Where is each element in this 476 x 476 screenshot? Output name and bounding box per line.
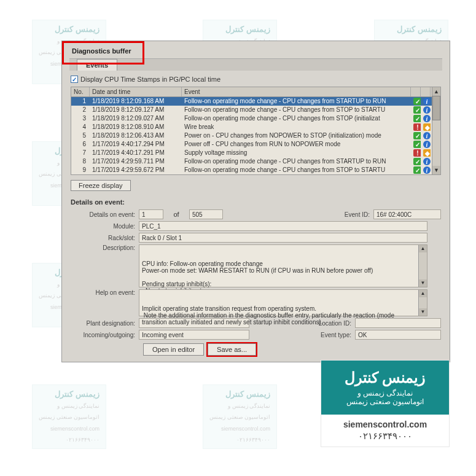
- cell-datetime: 1/17/2019 4:40:17.294 PM: [90, 140, 182, 149]
- brand-title: زیمنس کنترل: [326, 369, 444, 386]
- status-icon-1: ✓: [411, 97, 421, 106]
- table-row[interactable]: 21/18/2019 8:12:09.127 AMFollow-on opera…: [71, 106, 440, 114]
- label-incoming: Incoming/outgoing:: [71, 332, 135, 338]
- cell-no: 7: [71, 149, 90, 157]
- label-details-on-event: Details on event:: [71, 211, 135, 218]
- events-table: No. Date and time Event 11/18/2019 8:12:…: [71, 87, 441, 175]
- label-rackslot: Rack/slot:: [71, 235, 135, 241]
- table-row[interactable]: 81/17/2019 4:29:59.711 PMFollow-on opera…: [71, 157, 440, 166]
- table-row[interactable]: 61/17/2019 4:40:17.294 PMPower off - CPU…: [71, 140, 440, 149]
- cell-datetime: 1/18/2019 8:12:09.127 AM: [90, 106, 182, 114]
- field-description[interactable]: CPU info: Follow-on operating mode chang…: [139, 244, 427, 287]
- scroll-up-icon[interactable]: ▲: [432, 87, 440, 96]
- details-section: Details on event: Details on event: 1 of…: [62, 195, 450, 362]
- cell-event: Follow-on operating mode change - CPU ch…: [182, 166, 411, 174]
- status-icon-2: i: [421, 106, 431, 114]
- status-icon-2: ◆: [421, 123, 431, 131]
- cell-datetime: 1/18/2019 8:12:09.168 AM: [90, 97, 182, 106]
- diagnostics-panel: Diagnostics buffer Events ✓ Display CPU …: [61, 41, 450, 362]
- brand-url: siemenscontrol.com: [326, 419, 444, 429]
- field-rackslot: Rack 0 / Slot 1: [139, 233, 427, 243]
- status-icon-1: !: [411, 123, 421, 131]
- cell-datetime: 1/17/2019 4:29:59.672 PM: [90, 166, 182, 174]
- status-icon-2: i: [421, 140, 431, 149]
- table-row[interactable]: 51/18/2019 8:12:06.413 AMPower on - CPU …: [71, 131, 440, 140]
- checkbox-label: Display CPU Time Stamps in PG/PC local t…: [80, 76, 220, 83]
- tab-events[interactable]: Events: [77, 59, 117, 71]
- status-icon-1: ✓: [411, 157, 421, 166]
- table-header: No. Date and time Event: [71, 87, 440, 97]
- brand-sub2: اتوماسیون صنعتی زیمنس: [326, 397, 444, 406]
- table-row[interactable]: 31/18/2019 8:12:09.027 AMFollow-on opera…: [71, 114, 440, 123]
- watermark: زیمنس کنترلنمایندگی زیمنس واتوماسیون صنع…: [203, 384, 277, 449]
- cell-no: 1: [71, 97, 90, 106]
- status-icon-1: !: [411, 149, 421, 157]
- label-event-id: Event ID:: [333, 211, 370, 218]
- th-no: No.: [71, 87, 90, 96]
- checkbox-local-time[interactable]: ✓: [71, 76, 78, 83]
- status-icon-2: i: [421, 166, 431, 174]
- th-event: Event: [182, 87, 411, 96]
- status-icon-1: ✓: [411, 114, 421, 123]
- brand-card: زیمنس کنترل نمایندگی زیمنس و اتوماسیون ص…: [321, 360, 450, 447]
- cell-event: Supply voltage missing: [182, 149, 411, 157]
- status-icon-1: ✓: [411, 140, 421, 149]
- label-plant: Plant designation:: [71, 320, 135, 327]
- cell-no: 3: [71, 114, 90, 123]
- cell-datetime: 1/17/2019 4:29:59.711 PM: [90, 157, 182, 166]
- th-datetime: Date and time: [90, 87, 182, 96]
- status-icon-2: i: [421, 157, 431, 166]
- table-row[interactable]: 41/18/2019 8:12:08.910 AMWire break!◆: [71, 123, 440, 131]
- status-icon-1: ✓: [411, 166, 421, 174]
- cell-no: 6: [71, 140, 90, 149]
- brand-sub1: نمایندگی زیمنس و: [326, 389, 444, 397]
- label-description: Description:: [71, 244, 135, 251]
- cell-datetime: 1/17/2019 4:40:17.291 PM: [90, 149, 182, 157]
- cell-event: Follow-on operating mode change - CPU ch…: [182, 97, 411, 106]
- cell-no: 4: [71, 123, 90, 131]
- label-module: Module:: [71, 223, 135, 230]
- table-row[interactable]: 11/18/2019 8:12:09.168 AMFollow-on opera…: [71, 97, 440, 106]
- tab-diagnostics-buffer[interactable]: Diagnostics buffer: [69, 46, 442, 57]
- status-icon-1: ✓: [411, 106, 421, 114]
- cell-datetime: 1/18/2019 8:12:08.910 AM: [90, 123, 182, 131]
- label-help: Help on event:: [71, 289, 135, 296]
- cell-event: Follow-on operating mode change - CPU ch…: [182, 157, 411, 166]
- table-row[interactable]: 91/17/2019 4:29:59.672 PMFollow-on opera…: [71, 166, 440, 174]
- cell-datetime: 1/18/2019 8:12:09.027 AM: [90, 114, 182, 123]
- status-icon-2: ◆: [421, 149, 431, 157]
- status-icon-1: ✓: [411, 131, 421, 140]
- freeze-display-button[interactable]: Freeze display: [71, 180, 131, 191]
- cell-no: 2: [71, 106, 90, 114]
- field-total-events: 505: [189, 209, 223, 219]
- table-scrollbar[interactable]: ▲ ▼: [432, 87, 440, 174]
- cell-no: 5: [71, 131, 90, 140]
- watermark: زیمنس کنترلنمایندگی زیمنس واتوماسیون صنع…: [32, 384, 106, 449]
- cell-event: Wire break: [182, 123, 411, 131]
- status-icon-2: i: [421, 114, 431, 123]
- cell-event: Power off - CPU changes from RUN to NOPO…: [182, 140, 411, 149]
- field-current-event: 1: [139, 209, 163, 219]
- field-module: PLC_1: [139, 221, 427, 231]
- status-icon-2: i: [421, 131, 431, 140]
- cell-no: 9: [71, 166, 90, 174]
- cell-datetime: 1/18/2019 8:12:06.413 AM: [90, 131, 182, 140]
- table-body: 11/18/2019 8:12:09.168 AMFollow-on opera…: [71, 97, 440, 174]
- cell-event: Power on - CPU changes from NOPOWER to S…: [182, 131, 411, 140]
- status-icon-2: i: [421, 97, 431, 106]
- cell-event: Follow-on operating mode change - CPU ch…: [182, 114, 411, 123]
- help-scrollbar[interactable]: ▲▼: [418, 290, 427, 316]
- description-scrollbar[interactable]: ▲▼: [418, 245, 427, 287]
- scroll-thumb[interactable]: [432, 96, 440, 120]
- cell-no: 8: [71, 157, 90, 166]
- table-row[interactable]: 71/17/2019 4:40:17.291 PMSupply voltage …: [71, 149, 440, 157]
- cell-event: Follow-on operating mode change - CPU ch…: [182, 106, 411, 114]
- field-event-id: 16# 02:400C: [373, 209, 441, 219]
- field-help[interactable]: Implicit operating state transition requ…: [139, 289, 427, 316]
- label-of: of: [167, 211, 185, 218]
- brand-phone: ۰۲۱۶۶۳۴۹۰۰۰: [326, 431, 444, 442]
- scroll-down-icon[interactable]: ▼: [432, 166, 440, 174]
- details-title: Details on event:: [71, 198, 441, 206]
